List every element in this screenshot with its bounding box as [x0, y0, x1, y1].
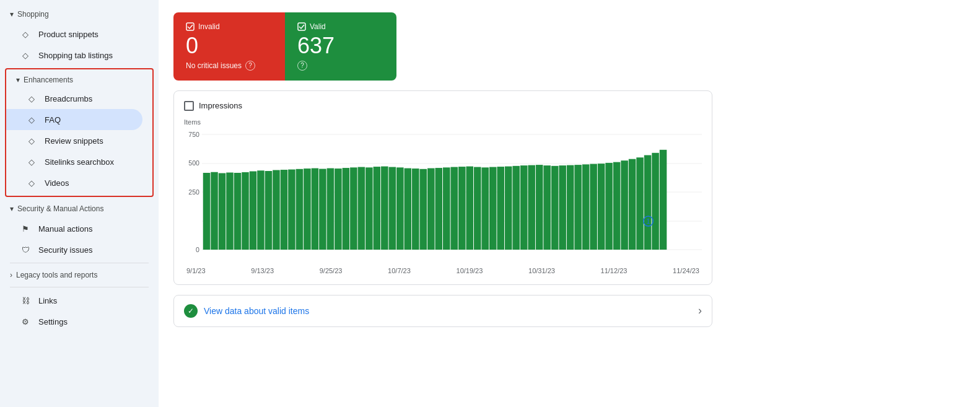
svg-rect-15 [234, 173, 242, 250]
svg-rect-27 [327, 168, 335, 249]
enhancements-section-header[interactable]: ▾ Enhancements [6, 72, 152, 88]
sidebar-divider-2 [10, 287, 149, 287]
x-label-4: 10/19/23 [457, 267, 483, 274]
sidebar-item-links[interactable]: ⛓ Links [0, 290, 149, 311]
svg-text:250: 250 [188, 188, 199, 195]
chevron-right-icon-security: ▾ [10, 204, 14, 213]
svg-rect-62 [598, 164, 605, 250]
svg-rect-42 [443, 167, 450, 250]
shopping-header-label: Shopping [17, 10, 49, 19]
breadcrumbs-label: Breadcrumbs [45, 94, 133, 103]
sidebar-item-shopping-tab-listings[interactable]: ◇ Shopping tab listings [0, 45, 149, 66]
svg-rect-11 [203, 173, 211, 250]
invalid-header: Invalid [186, 22, 273, 31]
links-label: Links [38, 296, 139, 305]
chevron-right-icon: › [698, 304, 702, 317]
enhancements-box: ▾ Enhancements ◇ Breadcrumbs ◇ FAQ ◇ Rev… [5, 68, 154, 197]
main-content: Invalid 0 No critical issues ? Valid 637… [159, 0, 980, 407]
sidebar-item-security-issues[interactable]: 🛡 Security issues [0, 239, 149, 260]
chart-area: 750 500 250 0 1 [184, 128, 702, 265]
tag-icon: ◇ [20, 50, 31, 61]
sidebar-item-breadcrumbs[interactable]: ◇ Breadcrumbs [6, 88, 142, 109]
svg-rect-19 [265, 171, 273, 250]
valid-label: Valid [310, 22, 326, 31]
diamond-icon: ◇ [20, 28, 31, 40]
svg-rect-20 [273, 170, 280, 249]
sidebar: ▾ Shopping ◇ Product snippets ◇ Shopping… [0, 0, 159, 407]
svg-rect-25 [312, 168, 319, 249]
svg-rect-16 [242, 172, 249, 250]
svg-rect-22 [288, 169, 295, 249]
sidebar-item-settings[interactable]: ⚙ Settings [0, 311, 149, 332]
svg-rect-58 [567, 165, 574, 249]
svg-text:1: 1 [647, 217, 650, 224]
svg-rect-56 [551, 165, 559, 249]
svg-rect-23 [296, 168, 304, 249]
legacy-header-label: Legacy tools and reports [16, 271, 97, 279]
svg-rect-59 [574, 165, 582, 250]
chart-container: Impressions Items 750 500 250 0 [173, 90, 712, 285]
manual-actions-icon: ⚑ [20, 223, 31, 234]
chevron-down-icon-enhancements: ▾ [16, 76, 20, 84]
svg-rect-46 [474, 167, 481, 249]
svg-rect-53 [528, 165, 535, 249]
svg-rect-30 [350, 167, 357, 250]
sidebar-item-videos[interactable]: ◇ Videos [6, 172, 142, 193]
sidebar-item-manual-actions[interactable]: ⚑ Manual actions [0, 218, 149, 239]
x-label-0: 9/1/23 [186, 267, 206, 274]
product-snippets-label: Product snippets [38, 30, 139, 39]
breadcrumbs-icon: ◇ [26, 93, 37, 104]
svg-rect-14 [226, 172, 234, 249]
valid-help-icon[interactable]: ? [297, 61, 307, 71]
security-header-label: Security & Manual Actions [17, 204, 103, 213]
sidebar-divider [10, 263, 149, 263]
svg-rect-0 [186, 23, 194, 30]
security-issues-label: Security issues [38, 245, 139, 255]
svg-rect-69 [652, 152, 659, 249]
sidebar-item-review-snippets[interactable]: ◇ Review snippets [6, 130, 142, 151]
chart-svg: 750 500 250 0 1 [184, 128, 702, 265]
svg-rect-28 [335, 168, 342, 250]
review-snippets-label: Review snippets [45, 136, 133, 146]
svg-rect-18 [257, 170, 265, 250]
sitelinks-label: Sitelinks searchbox [45, 157, 133, 167]
shopping-tab-listings-label: Shopping tab listings [38, 51, 139, 60]
legacy-section-header[interactable]: › Legacy tools and reports [0, 266, 159, 284]
settings-label: Settings [38, 317, 139, 326]
links-icon: ⛓ [20, 295, 31, 306]
svg-rect-60 [582, 164, 590, 250]
chevron-right-icon-legacy: › [10, 271, 12, 279]
svg-rect-45 [466, 166, 473, 249]
svg-rect-1 [298, 23, 305, 30]
svg-rect-24 [304, 168, 311, 250]
svg-rect-48 [489, 167, 497, 249]
svg-rect-65 [621, 160, 628, 250]
svg-rect-13 [219, 173, 226, 250]
valid-count: 637 [297, 33, 384, 58]
svg-rect-31 [358, 167, 365, 249]
impressions-checkbox[interactable] [184, 101, 194, 111]
settings-icon: ⚙ [20, 316, 31, 327]
sidebar-item-faq[interactable]: ◇ FAQ [6, 109, 142, 130]
x-axis-labels: 9/1/23 9/13/23 9/25/23 10/7/23 10/19/23 … [184, 267, 702, 274]
svg-rect-36 [396, 167, 404, 250]
invalid-label: Invalid [198, 22, 220, 31]
shopping-section-header[interactable]: ▾ Shopping [0, 5, 159, 24]
videos-icon: ◇ [26, 177, 37, 188]
view-data-button[interactable]: ✓ View data about valid items › [173, 295, 712, 327]
svg-rect-55 [543, 165, 551, 250]
svg-rect-41 [435, 168, 443, 250]
sidebar-item-product-snippets[interactable]: ◇ Product snippets [0, 24, 149, 45]
invalid-help-icon[interactable]: ? [245, 61, 255, 71]
x-label-2: 9/25/23 [320, 267, 343, 274]
valid-checkbox-icon [297, 22, 306, 31]
security-section-header[interactable]: ▾ Security & Manual Actions [0, 199, 159, 218]
svg-rect-43 [450, 167, 458, 249]
svg-rect-50 [505, 166, 512, 249]
sidebar-item-sitelinks-searchbox[interactable]: ◇ Sitelinks searchbox [6, 151, 142, 172]
y-axis-label: Items [184, 118, 702, 126]
svg-rect-12 [211, 172, 218, 249]
review-snippets-icon: ◇ [26, 135, 37, 146]
svg-text:500: 500 [188, 159, 199, 166]
videos-label: Videos [45, 178, 133, 188]
